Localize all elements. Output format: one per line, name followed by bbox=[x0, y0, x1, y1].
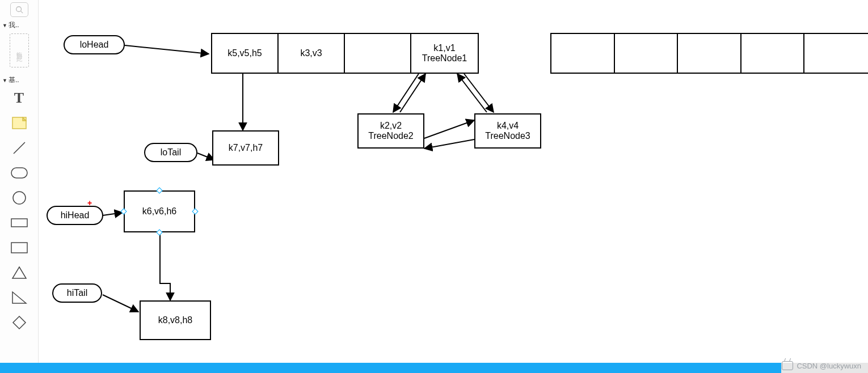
tool-list: T bbox=[0, 86, 38, 331]
tool-rect-thick[interactable] bbox=[8, 239, 31, 256]
tool-right-triangle[interactable] bbox=[8, 289, 31, 306]
node-text: k8,v8,h8 bbox=[158, 315, 192, 325]
sidebar-section-basic-label: 基.. bbox=[9, 75, 19, 85]
sidebar-section-my[interactable]: ▼ 我.. bbox=[0, 17, 38, 31]
array2-cell-3[interactable] bbox=[741, 34, 805, 73]
svg-rect-6 bbox=[11, 219, 27, 227]
array2-cell-4[interactable] bbox=[804, 34, 868, 73]
node-line1: k2,v2 bbox=[380, 121, 402, 131]
cell-text: k5,v5,h5 bbox=[227, 48, 262, 58]
add-connection-icon[interactable]: + bbox=[87, 198, 92, 207]
svg-line-3 bbox=[14, 142, 25, 154]
svg-rect-7 bbox=[11, 243, 27, 253]
node-k8[interactable]: k8,v8,h8 bbox=[140, 300, 211, 340]
caret-down-icon: ▼ bbox=[2, 78, 7, 83]
search-button[interactable] bbox=[10, 2, 28, 17]
array1-cell-1[interactable]: k3,v3 bbox=[279, 34, 345, 73]
cell-line2: TreeNode1 bbox=[422, 53, 467, 63]
triangle-icon bbox=[11, 266, 27, 279]
svg-point-5 bbox=[13, 192, 26, 204]
pointer-label: hiTail bbox=[67, 288, 87, 298]
video-progress-fill bbox=[0, 363, 781, 373]
diamond-icon bbox=[12, 315, 27, 330]
array2-cell-0[interactable] bbox=[551, 34, 615, 73]
node-k6[interactable]: k6,v6,h6 bbox=[124, 190, 195, 232]
svg-line-1 bbox=[20, 11, 23, 14]
array1-cell-0[interactable]: k5,v5,h5 bbox=[212, 34, 279, 73]
sidebar-section-basic[interactable]: ▼ 基.. bbox=[0, 72, 38, 86]
node-treenode3[interactable]: k4,v4 TreeNode3 bbox=[474, 113, 541, 149]
watermark: CSDN @luckywuxn bbox=[782, 361, 861, 370]
svg-line-15 bbox=[424, 120, 474, 138]
pointer-label: loTail bbox=[161, 147, 181, 158]
pointer-loTail[interactable]: loTail bbox=[144, 143, 197, 162]
svg-line-14 bbox=[457, 74, 487, 112]
node-line2: TreeNode2 bbox=[368, 131, 413, 141]
svg-line-8 bbox=[125, 45, 209, 54]
svg-line-13 bbox=[464, 74, 494, 112]
pointer-hiTail[interactable]: hiTail bbox=[52, 283, 102, 303]
sidebar-drop-target[interactable]: 拖到此 bbox=[10, 33, 29, 67]
array1-cell-3[interactable]: k1,v1 TreeNode1 bbox=[411, 34, 478, 73]
tool-rounded-rect[interactable] bbox=[8, 164, 31, 181]
rect-icon bbox=[11, 218, 28, 227]
canvas[interactable]: loHead loTail hiHead hiTail k5,v5,h5 k3,… bbox=[39, 0, 868, 363]
node-text: k7,v7,h7 bbox=[229, 143, 263, 153]
svg-line-11 bbox=[393, 74, 419, 112]
node-k7[interactable]: k7,v7,h7 bbox=[212, 130, 279, 166]
rounded-rect-icon bbox=[11, 167, 28, 179]
cell-text: k3,v3 bbox=[300, 48, 322, 58]
tool-text[interactable]: T bbox=[8, 90, 31, 107]
sidebar: ▼ 我.. 拖到此 ▼ 基.. T bbox=[0, 0, 39, 363]
array-1[interactable]: k5,v5,h5 k3,v3 k1,v1 TreeNode1 bbox=[211, 33, 479, 74]
array1-cell-2[interactable] bbox=[345, 34, 411, 73]
rect-icon bbox=[11, 242, 28, 253]
svg-line-12 bbox=[400, 74, 425, 112]
pointer-loHead[interactable]: loHead bbox=[64, 35, 125, 54]
array2-cell-1[interactable] bbox=[615, 34, 679, 73]
svg-line-19 bbox=[103, 295, 138, 312]
circle-icon bbox=[12, 190, 27, 205]
svg-line-18 bbox=[103, 213, 123, 215]
tool-diamond[interactable] bbox=[8, 314, 31, 331]
pointer-hiHead[interactable]: hiHead bbox=[47, 206, 103, 225]
video-progress-bar[interactable] bbox=[0, 363, 868, 373]
tool-note[interactable] bbox=[8, 115, 31, 132]
note-icon bbox=[12, 117, 27, 129]
tool-rect-thin[interactable] bbox=[8, 214, 31, 231]
sidebar-section-my-label: 我.. bbox=[9, 20, 19, 30]
caret-down-icon: ▼ bbox=[2, 23, 7, 28]
node-text: k6,v6,h6 bbox=[142, 206, 176, 217]
right-triangle-icon bbox=[11, 291, 27, 304]
svg-point-0 bbox=[16, 7, 21, 12]
bilibili-tv-icon bbox=[782, 361, 793, 370]
svg-rect-4 bbox=[11, 168, 27, 178]
array-2[interactable] bbox=[550, 33, 868, 74]
watermark-text: CSDN @luckywuxn bbox=[797, 362, 861, 370]
array2-cell-2[interactable] bbox=[678, 34, 741, 73]
node-line1: k4,v4 bbox=[497, 121, 519, 131]
tool-circle[interactable] bbox=[8, 189, 31, 206]
node-treenode2[interactable]: k2,v2 TreeNode2 bbox=[357, 113, 424, 149]
line-icon bbox=[11, 140, 27, 156]
tool-line[interactable] bbox=[8, 139, 31, 156]
tool-triangle[interactable] bbox=[8, 264, 31, 281]
pointer-label: loHead bbox=[80, 40, 109, 50]
svg-line-16 bbox=[424, 139, 474, 149]
cell-line1: k1,v1 bbox=[433, 43, 455, 53]
node-line2: TreeNode3 bbox=[485, 131, 530, 141]
pointer-label: hiHead bbox=[61, 210, 90, 221]
